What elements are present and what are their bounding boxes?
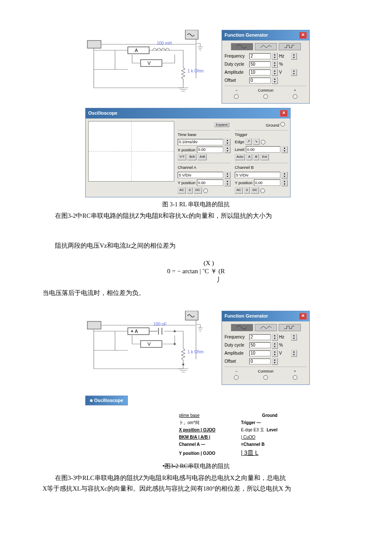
- level-input[interactable]: [246, 146, 280, 153]
- svg-rect-7: [185, 311, 198, 320]
- freq-unit: Hz: [279, 53, 290, 60]
- svg-rect-1: [185, 30, 198, 39]
- trig-auto-button[interactable]: Auto: [235, 154, 245, 160]
- svg-point-13: [131, 330, 133, 332]
- svg-rect-2: [128, 47, 149, 54]
- circuit-diagram-1: 100 mH 1 k Ohm A V: [85, 30, 213, 98]
- oscilloscope-window-1: Oscilloscope ✕ Expand Ground Time base ▴…: [85, 108, 291, 197]
- ba-button[interactable]: B/A: [187, 154, 196, 160]
- svg-text:1 k Ohm: 1 k Ohm: [187, 69, 204, 73]
- figure-2-area: 100 nF 1 k Ohm A V Function Generator ✕ …: [85, 311, 366, 384]
- wave-sine-button[interactable]: [231, 324, 253, 331]
- freq-spinner[interactable]: ▴▾: [272, 53, 278, 60]
- duty-label: Duty cycle: [225, 61, 248, 68]
- osc-display: [88, 121, 174, 182]
- ground-terminal[interactable]: [280, 122, 285, 127]
- svg-rect-6: [87, 321, 101, 329]
- ammeter-label: A: [135, 48, 138, 53]
- cha-ypos-input[interactable]: [197, 179, 223, 186]
- paragraph-1: 在图3-2中RC串联电路的阻抗Z为电阻R和容抗Xc的向量和，所以阻抗的大小为: [43, 211, 349, 221]
- cha-vdiv-input[interactable]: [178, 172, 223, 178]
- svg-text:100 mH: 100 mH: [157, 41, 172, 46]
- duty-input[interactable]: [249, 61, 271, 67]
- freq-input[interactable]: [249, 53, 271, 59]
- svg-rect-0: [87, 40, 101, 48]
- osc-title: Oscilloscope: [88, 110, 117, 117]
- terminal-plus[interactable]: [293, 94, 297, 99]
- oscilloscope-label-2: ■ Oscilloscope: [85, 396, 128, 406]
- chb-vdiv-input[interactable]: [235, 172, 280, 178]
- close-icon[interactable]: ✕: [280, 110, 288, 117]
- function-generator-window-1: Function Generator ✕ Frequency▴▾Hz▴▾ Dut…: [222, 30, 310, 104]
- close-icon[interactable]: ✕: [299, 32, 307, 39]
- fg-title: Function Generator: [225, 32, 268, 39]
- amp-input[interactable]: [249, 69, 271, 75]
- freq-label: Frequency: [225, 53, 248, 60]
- close-icon[interactable]: ✕: [299, 313, 307, 320]
- figure-2-caption: •图3-2 RC串联电路的阻抗: [26, 462, 366, 471]
- paragraph-2: 阻抗两段的电压Vz和电流Iz之间的相位差为: [43, 241, 349, 251]
- formula-block: (X ) 0 = − arctan | ˜C ￥ (R 丿: [26, 259, 366, 284]
- svg-rect-4: [141, 60, 162, 66]
- figure-1-area: 100 mH 1 k Ohm A V Function Generator ✕: [85, 30, 366, 104]
- circuit-diagram-2: 100 nF 1 k Ohm A V: [85, 311, 213, 379]
- wave-square-button[interactable]: [279, 43, 301, 50]
- wave-square-button[interactable]: [279, 324, 301, 331]
- edge-fall-button[interactable]: ↘: [253, 139, 259, 145]
- expand-button[interactable]: Expand: [214, 122, 229, 127]
- voltmeter-label: V: [147, 61, 151, 66]
- off-label: Offset: [225, 77, 248, 84]
- off-input[interactable]: [249, 78, 271, 84]
- yt-button[interactable]: Y/T: [178, 154, 186, 160]
- svg-point-12: [174, 330, 176, 332]
- edge-rise-button[interactable]: ↗: [245, 139, 252, 145]
- svg-text:V: V: [147, 341, 151, 347]
- svg-text:1 k Ohm: 1 k Ohm: [187, 350, 204, 354]
- paragraph-3: 当电压落后于电流时，相位差为负。: [43, 288, 349, 298]
- paragraph-4b: X等于感抗XL与容抗Xc的向量和。因此感抗与容抗之间有180°的相位差，所以总电…: [43, 484, 349, 494]
- paragraph-4a: 在图3-3中RLC串联电路的阻抗Z为电阻R和电感与电容的总电抗X之向量和，总电抗: [43, 473, 349, 483]
- ab-button[interactable]: A/B: [198, 154, 207, 160]
- terminal-minus[interactable]: [234, 94, 239, 99]
- wave-triangle-button[interactable]: [255, 324, 277, 331]
- oscilloscope-text-2: plime base 卜」om*冏 X position | OJOO BKM …: [179, 412, 366, 458]
- wave-triangle-button[interactable]: [255, 43, 277, 50]
- function-generator-window-2: Function Generator ✕ Frequency▴▾Hz▴▾ Dut…: [222, 311, 310, 384]
- wave-sine-button[interactable]: [231, 43, 253, 50]
- svg-point-15: [182, 364, 184, 365]
- amp-unit: V: [279, 69, 290, 76]
- timebase-input[interactable]: [178, 139, 223, 145]
- amp-label: Amplitude: [225, 69, 248, 76]
- terminal-common[interactable]: [263, 94, 268, 99]
- figure-1-caption: 图 3-1 RL 串联电路的阻抗: [26, 200, 366, 209]
- duty-unit: %: [279, 61, 290, 68]
- chb-ypos-input[interactable]: [254, 179, 280, 186]
- svg-point-14: [174, 343, 176, 345]
- svg-text:100 nF: 100 nF: [153, 322, 167, 327]
- svg-rect-10: [141, 341, 162, 347]
- svg-text:A: A: [135, 329, 138, 334]
- xpos-input[interactable]: [197, 147, 223, 153]
